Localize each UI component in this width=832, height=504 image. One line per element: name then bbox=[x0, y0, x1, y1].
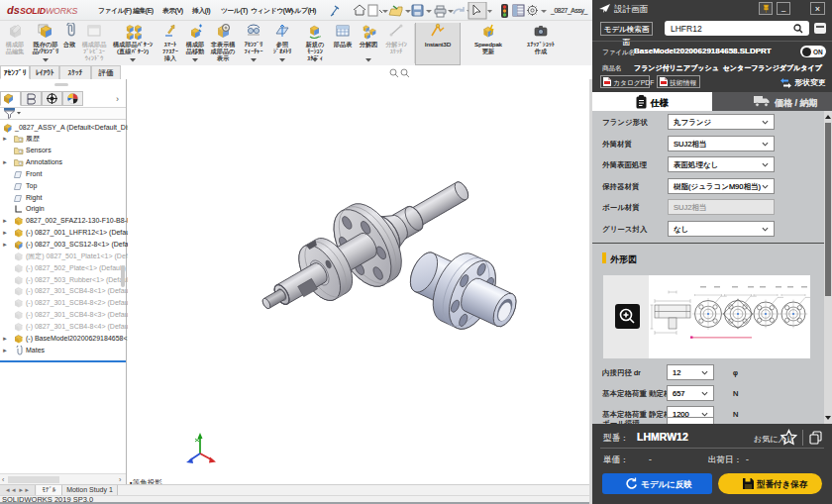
svg-text:ds: ds bbox=[7, 4, 20, 16]
svg-text:SOLID: SOLID bbox=[20, 6, 47, 16]
svg-text:WORKS: WORKS bbox=[46, 6, 78, 16]
